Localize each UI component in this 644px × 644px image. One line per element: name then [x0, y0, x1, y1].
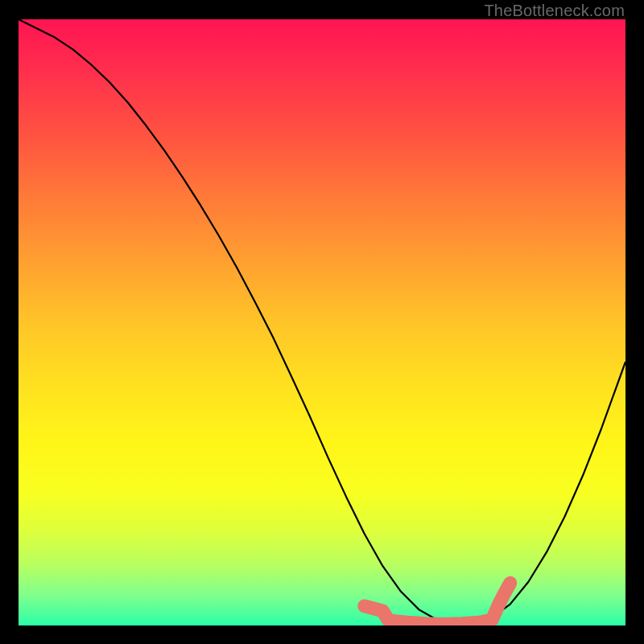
plot-area	[19, 19, 625, 625]
bottleneck-curve	[19, 19, 625, 625]
chart-svg	[19, 19, 625, 625]
chart-frame: TheBottleneck.com	[0, 0, 644, 644]
watermark-label: TheBottleneck.com	[484, 2, 625, 20]
optimal-range-marker	[365, 583, 510, 624]
